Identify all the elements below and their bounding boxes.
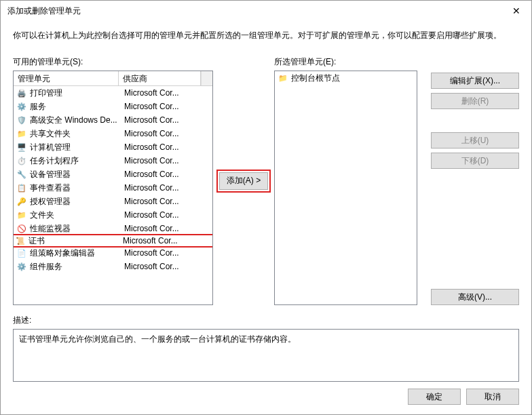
list-item[interactable]: 📁共享文件夹Microsoft Cor... [14,127,212,140]
snapin-name: 组策略对象编辑器 [30,248,121,259]
description-box: 证书管理单元允许你浏览自己的、一个服务的或一台计算机的证书存储内容。 [13,329,519,382]
selected-listbox[interactable]: 📁控制台根节点 [274,71,417,305]
list-item[interactable]: 📜证书Microsoft Cor... [14,234,212,248]
side-buttons-column: 编辑扩展(X)... 删除(R) 上移(U) 下移(D) 高级(V)... [417,56,519,305]
close-button[interactable]: ✕ [501,1,531,21]
snapin-name: 组件服务 [30,261,121,273]
selected-item-name: 控制台根节点 [291,73,340,84]
snapin-icon: 📜 [15,235,26,246]
description-label: 描述: [13,315,519,326]
move-up-button[interactable]: 上移(U) [431,132,519,149]
available-list-header: 管理单元 供应商 [14,71,212,86]
ok-button[interactable]: 确定 [408,389,461,405]
edit-extensions-button[interactable]: 编辑扩展(X)... [431,73,519,89]
snapin-icon: ⚙️ [16,101,27,112]
add-column: 添加(A) > [213,56,274,305]
list-item[interactable]: 🖨️打印管理Microsoft Cor... [14,86,212,100]
snapin-vendor: Microsoft Cor... [124,142,210,152]
snapin-name: 计算机管理 [30,142,121,153]
list-item[interactable]: ⏱️任务计划程序Microsoft Cor... [14,154,212,167]
snapin-icon: 🔑 [16,196,27,207]
snapin-name: 服务 [30,101,121,113]
add-highlight-box: 添加(A) > [216,170,271,193]
available-list-body: 🖨️打印管理Microsoft Cor...⚙️服务Microsoft Cor.… [14,86,212,304]
header-name[interactable]: 管理单元 [14,71,119,85]
list-item[interactable]: 📋事件查看器Microsoft Cor... [14,181,212,195]
list-item[interactable]: ⚙️服务Microsoft Cor... [14,100,212,113]
snapin-vendor: Microsoft Cor... [124,156,210,165]
snapin-name: 授权管理器 [30,196,121,208]
list-item[interactable]: ⚙️组件服务Microsoft Cor... [14,260,212,273]
snapin-vendor: Microsoft Cor... [124,129,210,138]
selected-label: 所选管理单元(E): [274,56,417,68]
move-down-button[interactable]: 下移(D) [431,153,519,169]
list-item[interactable]: 📄组策略对象编辑器Microsoft Cor... [14,246,212,260]
available-label: 可用的管理单元(S): [13,56,213,68]
snapin-icon: 📄 [16,248,27,258]
list-item[interactable]: 🖥️计算机管理Microsoft Cor... [14,140,212,154]
snapin-name: 性能监视器 [30,223,121,235]
snapin-icon: 📁 [16,128,27,139]
snapin-vendor: Microsoft Cor... [124,248,210,258]
available-listbox[interactable]: 管理单元 供应商 🖨️打印管理Microsoft Cor...⚙️服务Micro… [13,71,213,305]
snapin-icon: 📁 [16,210,27,220]
snapin-name: 高级安全 Windows De... [30,115,121,126]
list-item[interactable]: 🔧设备管理器Microsoft Cor... [14,167,212,181]
titlebar: 添加或删除管理单元 ✕ [1,1,531,21]
snapin-icon: 🚫 [16,223,27,234]
snapin-icon: ⚙️ [16,261,27,272]
list-item[interactable]: 📁文件夹Microsoft Cor... [14,208,212,222]
snapin-vendor: Microsoft Cor... [123,236,211,245]
snapin-vendor: Microsoft Cor... [124,183,210,193]
remove-button[interactable]: 删除(R) [431,93,519,109]
snapin-vendor: Microsoft Cor... [124,102,210,111]
cancel-button[interactable]: 取消 [466,389,519,405]
snapin-name: 打印管理 [30,87,121,99]
snapin-icon: 🖥️ [16,142,27,153]
snapin-name: 证书 [28,235,120,247]
snapin-icon: 🖨️ [16,87,27,98]
main-row: 可用的管理单元(S): 管理单元 供应商 🖨️打印管理Microsoft Cor… [13,56,519,305]
available-column: 可用的管理单元(S): 管理单元 供应商 🖨️打印管理Microsoft Cor… [13,56,213,305]
content-area: 你可以在计算机上为此控制台选择可用的管理单元并配置所选的一组管理单元。对于可扩展… [1,21,531,382]
snapin-vendor: Microsoft Cor... [124,170,210,179]
add-button[interactable]: 添加(A) > [219,172,268,190]
close-icon: ✕ [512,5,520,16]
list-item[interactable]: 🚫性能监视器Microsoft Cor... [14,222,212,235]
window-title: 添加或删除管理单元 [7,5,501,17]
snapin-vendor: Microsoft Cor... [124,115,210,125]
snapin-icon: 📋 [16,182,27,193]
folder-icon: 📁 [278,73,288,83]
dialog-window: 添加或删除管理单元 ✕ 你可以在计算机上为此控制台选择可用的管理单元并配置所选的… [0,0,532,415]
snapin-vendor: Microsoft Cor... [124,197,210,206]
snapin-name: 共享文件夹 [30,128,121,140]
snapin-name: 事件查看器 [30,182,121,194]
snapin-name: 文件夹 [30,210,121,221]
description-section: 描述: 证书管理单元允许你浏览自己的、一个服务的或一台计算机的证书存储内容。 [13,315,519,382]
snapin-vendor: Microsoft Cor... [124,88,210,98]
intro-text: 你可以在计算机上为此控制台选择可用的管理单元并配置所选的一组管理单元。对于可扩展… [13,29,519,41]
snapin-name: 任务计划程序 [30,155,121,167]
list-item[interactable]: 🛡️高级安全 Windows De...Microsoft Cor... [14,113,212,127]
header-vendor[interactable]: 供应商 [119,71,201,85]
snapin-vendor: Microsoft Cor... [124,262,210,271]
snapin-icon: 🔧 [16,169,27,180]
selected-item[interactable]: 📁控制台根节点 [275,71,417,85]
snapin-icon: ⏱️ [16,155,27,166]
selected-list-body: 📁控制台根节点 [275,71,417,85]
scrollbar[interactable] [201,71,212,85]
advanced-button[interactable]: 高级(V)... [431,289,519,305]
selected-column: 所选管理单元(E): 📁控制台根节点 [274,56,417,305]
footer: 确定 取消 [1,382,531,414]
list-item[interactable]: 🔑授权管理器Microsoft Cor... [14,195,212,208]
snapin-name: 设备管理器 [30,169,121,180]
snapin-icon: 🛡️ [16,115,27,125]
snapin-vendor: Microsoft Cor... [124,210,210,220]
snapin-vendor: Microsoft Cor... [124,224,210,233]
